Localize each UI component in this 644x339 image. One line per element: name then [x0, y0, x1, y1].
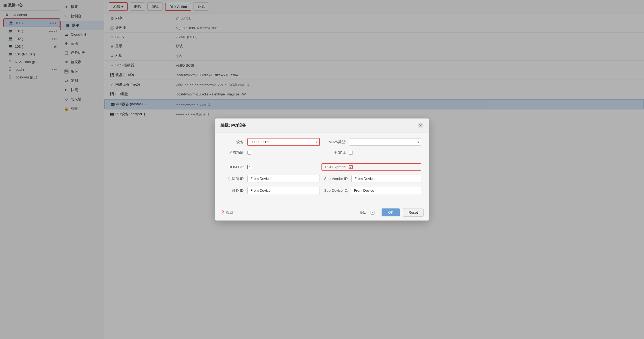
pci-express-group: PCI-Express: — [321, 163, 421, 171]
ok-label: OK — [388, 210, 393, 214]
dialog-header: 编辑: PCI设备 ✕ — [215, 118, 429, 132]
device-select[interactable]: 0000:00:1f.0 — [247, 138, 320, 146]
device-row: 设备: 0000:00:1f.0 MDev类型: — [223, 138, 421, 146]
advanced-checkbox[interactable] — [371, 211, 374, 214]
dialog-body: 设备: 0000:00:1f.0 MDev类型: — [215, 132, 429, 204]
sub-vendor-label: Sub-Vendor ID: — [324, 177, 349, 181]
primary-gpu-label: 主GPU: — [324, 150, 346, 155]
sub-vendor-group: Sub-Vendor ID: — [324, 175, 421, 182]
mdev-select-wrapper — [349, 138, 421, 146]
vendor-id-label: 供应商 ID: — [223, 176, 245, 181]
device-group: 设备: 0000:00:1f.0 — [223, 138, 320, 146]
pci-express-label: PCI-Express: — [324, 165, 346, 169]
primary-gpu-checkbox[interactable] — [349, 151, 353, 155]
rom-bar-checkbox[interactable] — [247, 165, 251, 169]
all-functions-label: 所有功能: — [223, 150, 245, 155]
vendor-id-input[interactable] — [247, 175, 320, 182]
footer-left: ❓ 帮助 — [220, 210, 233, 215]
device-id-label: 设备 ID: — [223, 188, 245, 193]
device-select-wrapper: 0000:00:1f.0 — [247, 138, 320, 146]
all-functions-checkbox[interactable] — [247, 151, 251, 155]
vendor-row: 供应商 ID: Sub-Vendor ID: — [223, 175, 421, 182]
help-label: 帮助 — [226, 210, 233, 215]
mdev-label: MDev类型: — [324, 140, 346, 145]
device-id-row: 设备 ID: Sub-Device ID: — [223, 187, 421, 194]
vendor-id-group: 供应商 ID: — [223, 175, 320, 182]
help-button[interactable]: ❓ 帮助 — [220, 210, 233, 215]
sub-device-label: Sub-Device ID: — [324, 188, 348, 193]
rom-bar-group: ROM-Bar: — [223, 165, 317, 169]
reset-button[interactable]: Reset — [403, 208, 424, 217]
dialog-footer: ❓ 帮助 高级 OK Reset — [215, 204, 429, 221]
dialog-title: 编辑: PCI设备 — [220, 123, 246, 128]
dialog-overlay: 编辑: PCI设备 ✕ 设备: 0000:00:1f.0 MDev类型: — [0, 0, 644, 339]
mdev-select[interactable] — [349, 138, 421, 146]
advanced-label: 高级 — [360, 210, 367, 215]
sub-device-input[interactable] — [351, 187, 421, 194]
all-functions-group: 所有功能: — [223, 150, 320, 155]
functions-row: 所有功能: 主GPU: — [223, 150, 421, 155]
device-label: 设备: — [223, 140, 245, 145]
divider — [223, 160, 421, 160]
sub-vendor-input[interactable] — [351, 175, 421, 182]
pci-express-checkbox[interactable] — [349, 165, 353, 169]
dialog-close-button[interactable]: ✕ — [418, 122, 424, 128]
rombar-row: ROM-Bar: PCI-Express: — [223, 163, 421, 171]
pci-edit-dialog: 编辑: PCI设备 ✕ 设备: 0000:00:1f.0 MDev类型: — [215, 118, 429, 221]
reset-label: Reset — [408, 210, 418, 214]
sub-device-group: Sub-Device ID: — [324, 187, 421, 194]
device-id-input[interactable] — [247, 187, 320, 194]
mdev-group: MDev类型: — [324, 138, 421, 146]
help-icon: ❓ — [220, 210, 225, 214]
device-id-group: 设备 ID: — [223, 187, 320, 194]
primary-gpu-group: 主GPU: — [324, 150, 421, 155]
footer-right: 高级 OK Reset — [360, 208, 424, 217]
ok-button[interactable]: OK — [382, 208, 400, 216]
rom-bar-label: ROM-Bar: — [223, 165, 245, 169]
